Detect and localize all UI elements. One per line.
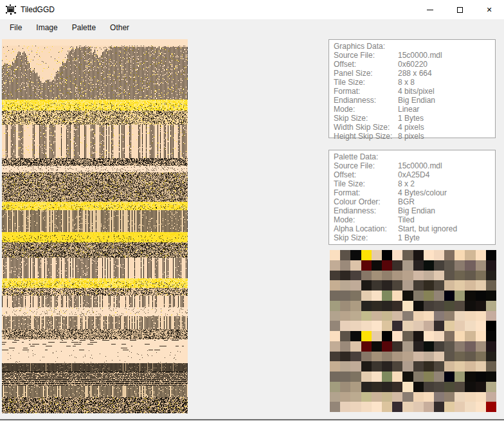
- palette-cell: [361, 280, 372, 291]
- palette-cell: [465, 291, 475, 301]
- palette-cell: [330, 361, 340, 372]
- palette-cell: [444, 392, 455, 402]
- palette-cell: [465, 402, 475, 412]
- palette-cell: [382, 280, 392, 291]
- palette-cell: [330, 250, 340, 260]
- info-field-label: Panel Size:: [334, 69, 398, 78]
- palette-cell: [486, 311, 496, 321]
- palette-cell: [350, 382, 361, 392]
- palette-cell: [413, 402, 424, 412]
- palette-cell: [372, 341, 382, 352]
- palette-cell: [372, 260, 382, 271]
- palette-cell: [413, 392, 424, 402]
- menu-image[interactable]: Image: [29, 19, 64, 35]
- palette-cell: [402, 382, 413, 392]
- palette-cell: [455, 341, 465, 352]
- menu-other[interactable]: Other: [103, 19, 136, 35]
- palette-cell: [476, 321, 486, 331]
- info-field-label: Mode:: [334, 105, 398, 114]
- palette-cell: [424, 352, 434, 362]
- palette-cell: [372, 352, 382, 362]
- palette-cell: [361, 352, 372, 362]
- palette-cell: [330, 301, 340, 311]
- palette-cell: [340, 280, 350, 291]
- palette-cell: [455, 311, 465, 321]
- palette-cell: [444, 250, 455, 260]
- palette-cell: [340, 301, 350, 311]
- maximize-icon: [457, 7, 463, 13]
- palette-cell: [330, 372, 340, 382]
- info-field-label: Width Skip Size:: [334, 123, 398, 132]
- palette-cell: [402, 372, 413, 382]
- palette-cell: [361, 341, 372, 352]
- info-field-row: Endianness:Big Endian: [334, 206, 495, 215]
- palette-cell: [424, 361, 434, 372]
- palette-cell: [465, 250, 475, 260]
- info-field-row: Format:4 bits/pixel: [334, 87, 495, 96]
- palette-cell: [486, 291, 496, 301]
- menu-palette[interactable]: Palette: [65, 19, 103, 35]
- palette-cell: [455, 352, 465, 362]
- palette-cell: [476, 291, 486, 301]
- info-field-row: Endianness:Big Endian: [334, 96, 495, 105]
- palette-cell: [372, 301, 382, 311]
- palette-cell: [424, 260, 434, 271]
- palette-cell: [476, 352, 486, 362]
- palette-cell: [330, 331, 340, 341]
- info-field-label: Format:: [334, 87, 398, 96]
- palette-cell: [330, 280, 340, 291]
- palette-cell: [340, 321, 350, 331]
- info-field-row: Format:4 Bytes/colour: [334, 188, 495, 197]
- palette-cell: [372, 392, 382, 402]
- palette-cell: [392, 321, 402, 331]
- palette-cell: [476, 260, 486, 271]
- info-field-label: Mode:: [334, 215, 398, 224]
- palette-cell: [486, 250, 496, 260]
- palette-cell: [413, 331, 424, 341]
- close-button[interactable]: ✕: [474, 0, 504, 19]
- info-field-value: Tiled: [398, 215, 495, 224]
- palette-cell: [434, 280, 444, 291]
- palette-cell: [465, 352, 475, 362]
- palette-cell: [413, 361, 424, 372]
- palette-cell: [486, 402, 496, 412]
- palette-cell: [361, 382, 372, 392]
- palette-cell: [382, 361, 392, 372]
- palette-cell: [361, 402, 372, 412]
- palette-cell: [434, 291, 444, 301]
- graphics-view: [2, 39, 188, 413]
- info-field-value: BGR: [398, 197, 495, 206]
- palette-cell: [444, 382, 455, 392]
- palette-cell: [350, 402, 361, 412]
- palette-cell: [350, 331, 361, 341]
- palette-cell: [330, 382, 340, 392]
- palette-cell: [402, 280, 413, 291]
- minimize-button[interactable]: [415, 0, 445, 19]
- palette-cell: [476, 402, 486, 412]
- palette-cell: [372, 250, 382, 260]
- palette-cell: [434, 372, 444, 382]
- info-field-label: Format:: [334, 188, 398, 197]
- window-title: TiledGGD: [21, 5, 55, 14]
- menu-file[interactable]: File: [3, 19, 29, 35]
- palette-cell: [402, 331, 413, 341]
- palette-cell: [476, 331, 486, 341]
- palette-cell: [402, 341, 413, 352]
- palette-cell: [424, 392, 434, 402]
- info-field-value: 1 Bytes: [398, 114, 495, 123]
- palette-cell: [476, 271, 486, 281]
- palette-cell: [465, 361, 475, 372]
- palette-cell: [455, 372, 465, 382]
- palette-cell: [455, 250, 465, 260]
- palette-cell: [330, 352, 340, 362]
- palette-cell: [330, 271, 340, 281]
- palette-cell: [424, 250, 434, 260]
- palette-cell: [413, 250, 424, 260]
- palette-cell: [340, 260, 350, 271]
- palette-cell: [444, 291, 455, 301]
- palette-cell: [330, 260, 340, 271]
- maximize-button[interactable]: [445, 0, 474, 19]
- palette-cell: [455, 382, 465, 392]
- info-field-label: Tile Size:: [334, 78, 398, 87]
- palette-cell: [382, 372, 392, 382]
